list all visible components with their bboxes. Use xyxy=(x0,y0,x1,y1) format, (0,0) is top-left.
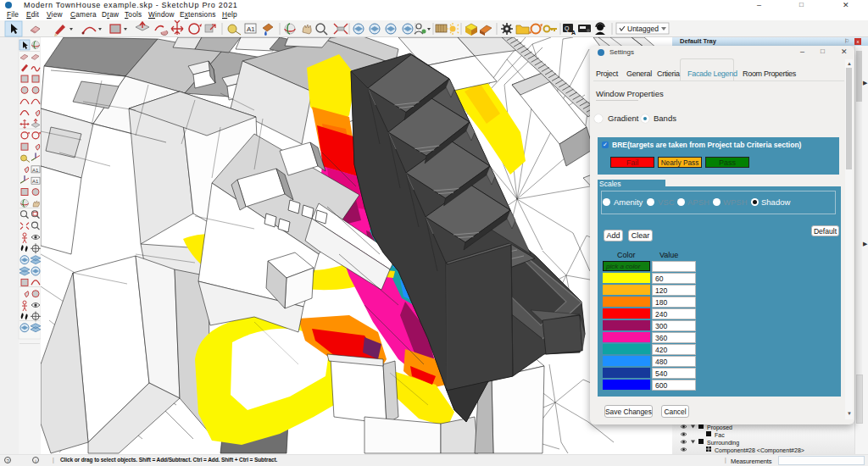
svg-text:A1: A1 xyxy=(32,179,39,184)
svg-text:Surrounding: Surrounding xyxy=(707,440,739,447)
svg-text:A: A xyxy=(571,30,576,36)
svg-text:Proposed: Proposed xyxy=(707,424,732,431)
svg-text:Component#28 <Component#28>: Component#28 <Component#28> xyxy=(715,447,804,454)
svg-text:Untagged: Untagged xyxy=(627,25,659,33)
svg-text:A1: A1 xyxy=(247,25,255,33)
svg-text:Fac: Fac xyxy=(715,432,725,438)
svg-text:Q: Q xyxy=(565,25,570,32)
svg-text:A1: A1 xyxy=(32,168,39,173)
